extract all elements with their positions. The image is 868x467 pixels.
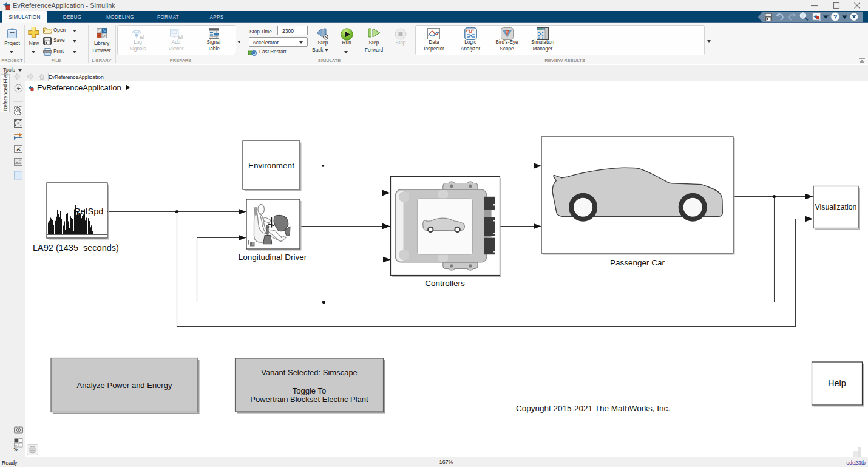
svg-text:Analyze Power and Energy: Analyze Power and Energy [77, 381, 172, 390]
svg-text:Copyright 2015-2021 The MathWo: Copyright 2015-2021 The MathWorks, Inc. [516, 404, 670, 413]
svg-text:Variant Selected: Simscape: Variant Selected: Simscape [261, 368, 358, 377]
svg-text:Environment: Environment [248, 161, 294, 170]
svg-text:Passenger Car: Passenger Car [610, 258, 665, 267]
svg-text:Controllers: Controllers [425, 279, 465, 288]
svg-text:?: ? [833, 13, 838, 21]
svg-text:Toggle To: Toggle To [293, 386, 326, 395]
svg-text:RefSpd: RefSpd [74, 206, 103, 216]
svg-text:Longitudinal Driver: Longitudinal Driver [239, 253, 307, 262]
svg-text:Help: Help [828, 378, 846, 388]
svg-text:Powertrain Blockset Electric P: Powertrain Blockset Electric Plant [250, 395, 368, 404]
svg-text:LA92 (1435 seconds): LA92 (1435 seconds) [33, 243, 119, 253]
svg-text:Visualization: Visualization [815, 203, 857, 211]
